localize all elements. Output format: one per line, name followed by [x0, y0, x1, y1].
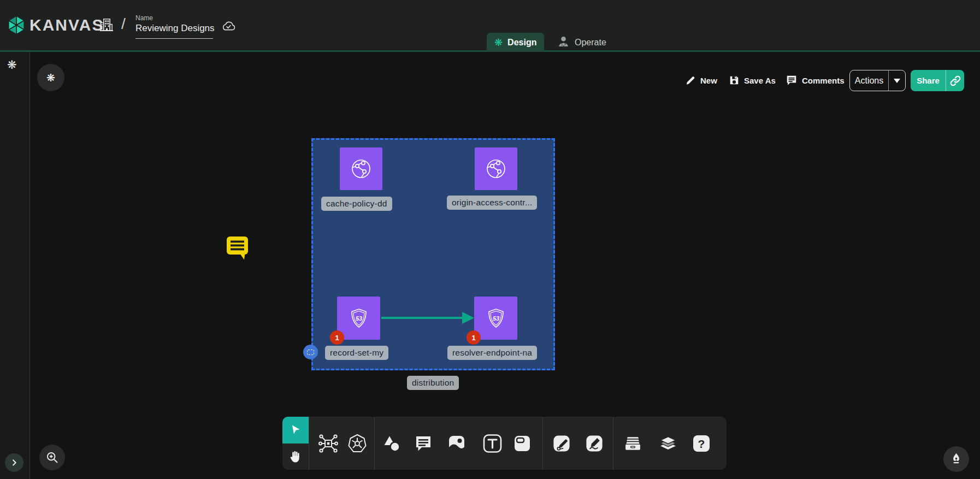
comment-icon: [786, 74, 798, 86]
save-icon: [729, 75, 740, 86]
left-sidebar: ❋: [0, 52, 30, 479]
design-name-block: Name Reviewing Designs: [135, 14, 213, 39]
globe-network-icon: [483, 156, 509, 182]
pen-nib-icon: [949, 452, 964, 466]
drawer-icon: [624, 435, 641, 452]
kubernetes-helm-icon: [347, 433, 368, 454]
sidebar-expand-button[interactable]: [5, 453, 23, 472]
organization-icon[interactable]: [99, 17, 114, 35]
share-label: Share: [911, 76, 946, 85]
label-record-set[interactable]: record-set-my: [325, 346, 388, 360]
pen-path-tool-button[interactable]: [553, 435, 570, 452]
mesh-components-tool-button[interactable]: [318, 433, 339, 454]
note-card-icon: [512, 434, 532, 453]
tab-design[interactable]: ❋ Design: [487, 33, 544, 52]
canvas-comment-marker[interactable]: [226, 235, 249, 263]
help-glyph: ?: [698, 437, 705, 450]
select-tool-button[interactable]: [282, 417, 309, 443]
comment-bubble-icon: [226, 235, 249, 261]
label-distribution-group[interactable]: distribution: [407, 376, 459, 390]
layers-tool-button[interactable]: [658, 434, 678, 453]
brand-logo[interactable]: KANVAS: [7, 15, 104, 36]
actions-caret-button[interactable]: [889, 79, 905, 83]
comments-button-label: Comments: [802, 76, 845, 85]
node-resolver-endpoint[interactable]: 53: [474, 297, 517, 340]
shapes-icon: [381, 433, 402, 454]
help-tool-button[interactable]: ?: [692, 434, 711, 453]
name-field-label: Name: [135, 14, 213, 22]
image-tool-button[interactable]: [447, 434, 467, 453]
node-origin-access-control[interactable]: [475, 147, 517, 190]
kanvas-logo-icon: [7, 15, 26, 36]
badge-record-set-count: 1: [330, 330, 344, 345]
hand-icon: [288, 449, 304, 465]
image-icon: [447, 434, 467, 453]
app-window: KANVAS / Name Reviewing Designs: [0, 0, 980, 479]
comments-button[interactable]: Comments: [786, 72, 845, 88]
sketch-tool-button[interactable]: [586, 435, 603, 452]
toolbar-divider: [613, 417, 613, 470]
caret-down-icon: [894, 79, 900, 83]
shapes-tool-button[interactable]: [381, 433, 402, 454]
layers-icon: [658, 434, 678, 453]
save-as-button[interactable]: Save As: [729, 72, 776, 88]
comment-bubble-icon: [414, 434, 433, 453]
archive-tool-button[interactable]: [624, 435, 641, 452]
node-cache-policy[interactable]: [340, 147, 382, 190]
node-record-set[interactable]: 53: [337, 297, 380, 340]
label-origin-access-control[interactable]: origin-access-contr...: [447, 196, 537, 210]
pencil-icon: [685, 75, 696, 86]
canvas-menu-button[interactable]: ❋: [37, 64, 64, 91]
route53-shield-icon: 53: [483, 305, 509, 332]
question-mark-icon: ?: [692, 434, 711, 453]
design-tab-icon: ❋: [494, 38, 503, 48]
group-selection-handle[interactable]: [303, 345, 318, 359]
design-tab-label: Design: [507, 38, 536, 48]
toolbar-divider: [309, 417, 309, 470]
toolbar-divider: [374, 417, 375, 470]
design-name-input[interactable]: Reviewing Designs: [135, 23, 213, 39]
cursor-arrow-icon: [288, 423, 303, 437]
badge-resolver-endpoint-count: 1: [467, 330, 481, 345]
text-tool-button[interactable]: [482, 433, 503, 453]
edge-record-to-resolver: [381, 317, 463, 319]
dashed-rect-icon: [307, 350, 314, 355]
bottom-toolbar: ?: [282, 417, 727, 470]
share-button[interactable]: Share: [911, 70, 964, 91]
pencil-sketch-icon: [586, 435, 603, 452]
route53-number: 53: [492, 315, 499, 321]
new-button-label: New: [700, 76, 717, 85]
note-tool-button[interactable]: [512, 434, 532, 453]
new-button[interactable]: New: [685, 72, 717, 88]
cloud-sync-icon[interactable]: [221, 20, 237, 34]
actions-dropdown-button[interactable]: Actions: [849, 70, 906, 91]
route53-number: 53: [355, 315, 362, 321]
operate-tab-label: Operate: [575, 38, 606, 48]
breadcrumb-separator: /: [121, 15, 126, 33]
pan-tool-button[interactable]: [282, 443, 309, 470]
sidebar-app-icon[interactable]: ❋: [7, 58, 17, 72]
top-header: KANVAS / Name Reviewing Designs: [0, 0, 980, 52]
text-T-icon: [482, 433, 503, 453]
copy-link-button[interactable]: [946, 74, 964, 87]
magnifier-plus-icon: [45, 450, 60, 465]
circuit-icon: [318, 433, 339, 454]
chevron-right-icon: [9, 458, 19, 468]
toolbar-divider: [542, 417, 543, 470]
label-cache-policy[interactable]: cache-policy-dd: [321, 197, 392, 211]
edge-arrowhead: [462, 312, 474, 324]
save-as-button-label: Save As: [744, 76, 776, 85]
tab-operate[interactable]: Operate: [550, 33, 614, 52]
kubernetes-tool-button[interactable]: [347, 433, 368, 454]
globe-network-icon: [348, 156, 374, 182]
actions-divider: [888, 70, 889, 91]
pen-path-icon: [553, 435, 570, 452]
operate-tab-icon: [557, 35, 570, 50]
route53-shield-icon: 53: [346, 305, 372, 332]
label-resolver-endpoint[interactable]: resolver-endpoint-na: [447, 346, 537, 360]
brand-name: KANVAS: [29, 16, 104, 34]
zoom-in-button[interactable]: [39, 445, 65, 470]
pen-mode-button[interactable]: [943, 446, 969, 472]
comment-tool-button[interactable]: [414, 434, 433, 453]
actions-label: Actions: [850, 76, 888, 86]
